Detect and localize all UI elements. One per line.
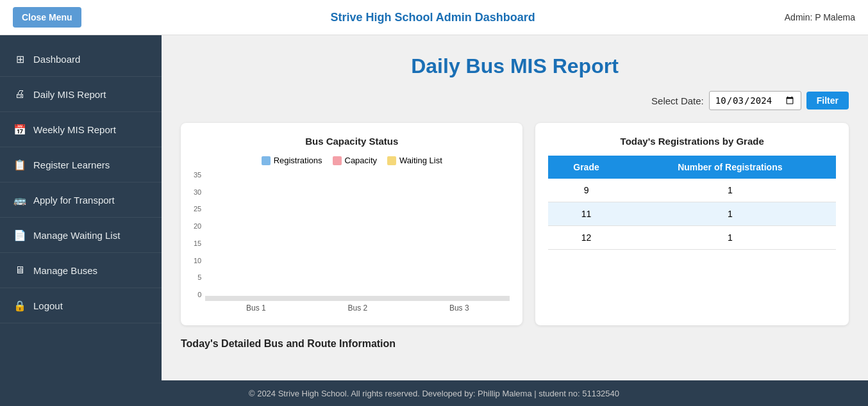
page-title: Daily Bus MIS Report xyxy=(181,54,849,78)
y-label: 10 xyxy=(194,257,201,264)
legend-item-capacity: Capacity xyxy=(333,156,378,165)
sidebar-item-dashboard[interactable]: ⊞Dashboard xyxy=(0,42,162,77)
grid-line xyxy=(205,299,510,300)
cell-count: 1 xyxy=(624,226,836,250)
grid-line xyxy=(205,300,510,300)
chart-title: Bus Capacity Status xyxy=(194,136,510,147)
grid-line xyxy=(205,296,510,297)
main-content: Daily Bus MIS Report Select Date: Filter… xyxy=(162,35,868,380)
manage-buses-icon: 🖥 xyxy=(13,263,27,277)
sidebar-label-manage-waiting: Manage Waiting List xyxy=(33,230,120,241)
x-label: Bus 2 xyxy=(307,304,408,313)
daily-mis-icon: 🖨 xyxy=(13,87,27,101)
filter-label: Select Date: xyxy=(651,95,704,106)
grid-line xyxy=(205,297,510,298)
legend-label: Capacity xyxy=(345,156,378,165)
grid-line xyxy=(205,298,510,298)
x-label: Bus 1 xyxy=(205,304,306,313)
chart-legend: RegistrationsCapacityWaiting List xyxy=(194,156,510,165)
logout-icon: 🔒 xyxy=(13,298,27,313)
sidebar-item-logout[interactable]: 🔒Logout xyxy=(0,288,162,323)
sidebar-item-daily-mis[interactable]: 🖨Daily MIS Report xyxy=(0,77,162,112)
apply-transport-icon: 🚌 xyxy=(13,193,27,207)
cell-count: 1 xyxy=(624,179,836,202)
cards-row: Bus Capacity Status RegistrationsCapacit… xyxy=(181,123,849,325)
legend-label: Registrations xyxy=(274,156,322,165)
footer: © 2024 Strive High School. All rights re… xyxy=(0,380,868,406)
grid-line xyxy=(205,296,510,296)
close-menu-button[interactable]: Close Menu xyxy=(13,7,81,28)
weekly-mis-icon: 📅 xyxy=(13,122,27,136)
registrations-tbody: 91111121 xyxy=(548,179,836,250)
y-label: 30 xyxy=(194,189,201,196)
sidebar-label-logout: Logout xyxy=(33,300,63,311)
y-label: 35 xyxy=(194,172,201,179)
registrations-table: Grade Number of Registrations 91111121 xyxy=(548,156,836,250)
y-label: 0 xyxy=(194,291,201,298)
section-title: Today's Detailed Bus and Route Informati… xyxy=(181,338,849,350)
manage-waiting-icon: 📄 xyxy=(13,228,27,242)
admin-label: Admin: P Malema xyxy=(785,12,855,22)
date-input[interactable] xyxy=(709,91,801,110)
sidebar-label-register-learners: Register Learners xyxy=(33,159,110,170)
sidebar-label-apply-transport: Apply for Transport xyxy=(33,195,115,206)
header-title: Strive High School Admin Dashboard xyxy=(81,11,785,24)
legend-label: Waiting List xyxy=(399,156,442,165)
register-learners-icon: 📋 xyxy=(13,158,27,172)
y-label: 25 xyxy=(194,206,201,213)
sidebar-label-dashboard: Dashboard xyxy=(33,54,80,65)
col-count: Number of Registrations xyxy=(624,156,836,179)
cell-grade: 11 xyxy=(548,202,624,226)
sidebar: ⊞Dashboard🖨Daily MIS Report📅Weekly MIS R… xyxy=(0,35,162,380)
sidebar-item-manage-waiting[interactable]: 📄Manage Waiting List xyxy=(0,218,162,253)
sidebar-label-daily-mis: Daily MIS Report xyxy=(33,89,106,100)
chart-card: Bus Capacity Status RegistrationsCapacit… xyxy=(181,123,522,325)
header: Close Menu Strive High School Admin Dash… xyxy=(0,0,868,35)
table-row: 91 xyxy=(548,179,836,202)
cell-grade: 9 xyxy=(548,179,624,202)
legend-dot xyxy=(262,156,271,165)
cell-grade: 12 xyxy=(548,226,624,250)
sidebar-item-weekly-mis[interactable]: 📅Weekly MIS Report xyxy=(0,112,162,147)
layout: ⊞Dashboard🖨Daily MIS Report📅Weekly MIS R… xyxy=(0,35,868,380)
grid-line xyxy=(205,298,510,299)
legend-item-registrations: Registrations xyxy=(262,156,322,165)
y-label: 20 xyxy=(194,223,201,230)
x-labels: Bus 1Bus 2Bus 3 xyxy=(205,301,510,313)
legend-dot xyxy=(387,156,396,165)
table-row: 121 xyxy=(548,226,836,250)
chart-area: Bus 1Bus 2Bus 3 xyxy=(205,301,510,313)
legend-dot xyxy=(333,156,342,165)
x-label: Bus 3 xyxy=(408,304,510,313)
sidebar-item-apply-transport[interactable]: 🚌Apply for Transport xyxy=(0,183,162,218)
filter-bar: Select Date: Filter xyxy=(181,91,849,110)
col-grade: Grade xyxy=(548,156,624,179)
registrations-card: Today's Registrations by Grade Grade Num… xyxy=(535,123,849,325)
cell-count: 1 xyxy=(624,202,836,226)
registrations-title: Today's Registrations by Grade xyxy=(548,136,836,147)
table-row: 111 xyxy=(548,202,836,226)
sidebar-label-weekly-mis: Weekly MIS Report xyxy=(33,124,116,135)
dashboard-icon: ⊞ xyxy=(13,52,27,66)
bar-chart: 05101520253035 Bus 1Bus 2Bus 3 xyxy=(194,172,510,313)
sidebar-item-register-learners[interactable]: 📋Register Learners xyxy=(0,147,162,183)
y-label: 15 xyxy=(194,240,201,247)
sidebar-label-manage-buses: Manage Buses xyxy=(33,265,97,276)
y-label: 5 xyxy=(194,274,201,281)
filter-button[interactable]: Filter xyxy=(806,92,849,110)
legend-item-waiting-list: Waiting List xyxy=(387,156,442,165)
sidebar-item-manage-buses[interactable]: 🖥Manage Buses xyxy=(0,253,162,288)
y-axis: 05101520253035 xyxy=(194,172,201,313)
footer-text: © 2024 Strive High School. All rights re… xyxy=(249,389,619,398)
